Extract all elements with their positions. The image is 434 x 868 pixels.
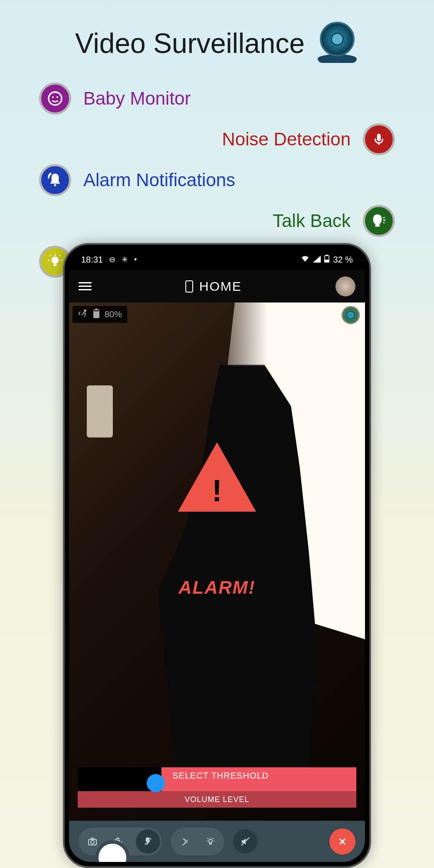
status-bar: 18:31 ⊖ ✳ • 32 % — [69, 249, 365, 270]
status-time: 18:31 — [81, 255, 103, 265]
microphone-icon — [363, 123, 395, 155]
app-header: HOME — [69, 270, 365, 302]
camera-status-badge: 80% — [72, 306, 127, 323]
signal-icon — [313, 255, 321, 265]
close-button[interactable] — [329, 829, 355, 855]
volume-level-bar: VOLUME LEVEL — [78, 791, 356, 808]
alarm-text: ALARM! — [178, 577, 256, 598]
feature-baby-monitor: Baby Monitor — [39, 82, 395, 115]
status-icon-2: ✳ — [122, 255, 128, 264]
threshold-label: SELECT THRESHOLD — [172, 771, 269, 781]
feature-noise-detection: Noise Detection — [39, 123, 395, 155]
camera-indicator-icon[interactable] — [342, 306, 360, 324]
camera-feed[interactable]: 80% ! ALARM! SELECT THRESHOLD VOLUME LEV… — [69, 302, 365, 821]
battery-icon — [93, 309, 99, 320]
phone-mockup: 18:31 ⊖ ✳ • 32 % — [63, 243, 371, 868]
bell-icon — [39, 164, 71, 196]
volume-label: VOLUME LEVEL — [184, 795, 249, 804]
threshold-panel: SELECT THRESHOLD VOLUME LEVEL — [78, 767, 356, 808]
webcam-logo-icon — [316, 22, 359, 65]
camera-battery-text: 80% — [105, 309, 122, 319]
svg-rect-6 — [54, 264, 57, 266]
threshold-slider[interactable]: SELECT THRESHOLD — [78, 767, 356, 791]
phone-screen: 18:31 ⊖ ✳ • 32 % — [69, 249, 365, 862]
talk-head-icon — [363, 205, 395, 237]
status-dot: • — [134, 255, 137, 264]
feature-talk-label: Talk Back — [273, 210, 351, 231]
feature-noise-label: Noise Detection — [222, 129, 351, 150]
alarm-exclaim: ! — [212, 473, 222, 508]
svg-point-4 — [54, 184, 56, 186]
flash-button[interactable] — [136, 829, 160, 854]
svg-rect-12 — [95, 309, 97, 310]
light-toggle-button[interactable] — [198, 829, 223, 854]
feature-baby-label: Baby Monitor — [83, 88, 191, 109]
listen-button[interactable] — [172, 829, 197, 854]
menu-button[interactable] — [79, 282, 92, 290]
feature-alarm-notifications: Alarm Notifications — [39, 164, 395, 196]
svg-rect-8 — [326, 255, 328, 256]
avatar-button[interactable] — [335, 276, 355, 296]
motion-icon — [78, 309, 88, 320]
page-title: Video Surveillance — [0, 0, 434, 65]
svg-rect-13 — [94, 312, 99, 318]
baby-icon — [39, 82, 71, 115]
wifi-icon — [301, 255, 309, 265]
app-title: HOME — [199, 279, 242, 294]
title-text: Video Surveillance — [75, 27, 305, 59]
svg-rect-3 — [377, 134, 381, 141]
feature-talk-back: Talk Back — [39, 205, 395, 237]
bottom-toolbar — [69, 821, 365, 862]
status-icon-1: ⊖ — [109, 255, 115, 264]
svg-point-2 — [56, 96, 58, 98]
svg-rect-19 — [210, 843, 211, 844]
svg-rect-9 — [325, 260, 329, 262]
device-icon — [185, 280, 193, 293]
svg-point-0 — [49, 92, 62, 105]
svg-point-5 — [52, 256, 59, 264]
svg-point-10 — [84, 309, 86, 312]
mute-button[interactable] — [233, 829, 257, 854]
status-battery-text: 32 % — [333, 255, 353, 265]
feature-alarm-label: Alarm Notifications — [83, 170, 235, 191]
svg-point-18 — [209, 839, 212, 843]
battery-icon — [324, 255, 329, 265]
svg-point-1 — [52, 96, 54, 98]
slider-thumb[interactable] — [147, 774, 165, 792]
svg-point-15 — [91, 840, 94, 844]
